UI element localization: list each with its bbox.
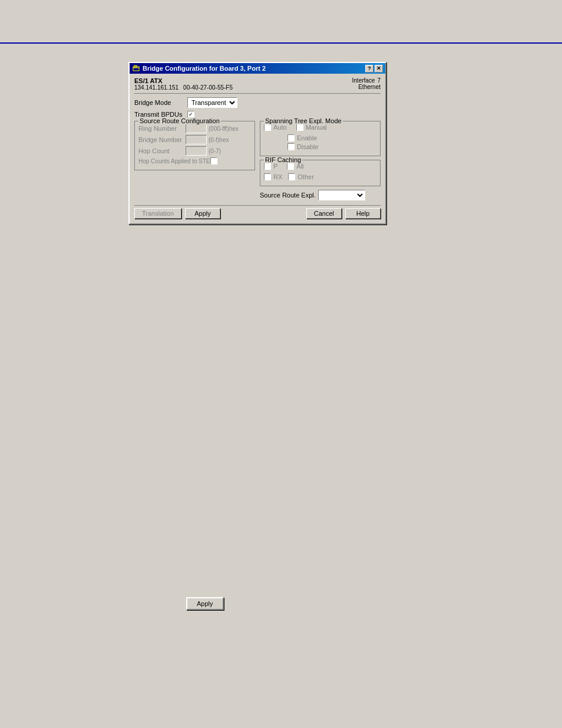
source-route-expl-wrapper	[318, 190, 365, 200]
all-label: All	[296, 163, 303, 170]
ring-number-label: Ring Number	[138, 125, 186, 132]
standalone-apply-button[interactable]: Apply	[186, 597, 224, 610]
left-panel: Source Route Configuration Ring Number (…	[134, 121, 255, 200]
source-route-expl-label: Source Route Expl.	[260, 192, 316, 199]
auto-checkbox	[264, 124, 271, 131]
spanning-tree-group: Spanning Tree Expl. Mode Auto Manual	[260, 121, 381, 156]
top-divider	[0, 42, 562, 44]
ring-number-input	[186, 124, 207, 133]
main-panels: Source Route Configuration Ring Number (…	[134, 121, 381, 200]
p-label: P	[273, 163, 277, 170]
rif-caching-title: RIF Caching	[264, 156, 302, 163]
device-info-row: ES/1 ATX 134.141.161.151 00-40-27-00-55-…	[134, 77, 381, 94]
btn-group-left: Translation Apply	[134, 208, 220, 219]
bridge-number-input	[186, 135, 207, 144]
dialog-title: Bridge Configuration for Board 3, Port 2	[143, 65, 266, 72]
hop-count-row: Hop Count (0-7)	[138, 146, 251, 156]
help-button[interactable]: Help	[345, 208, 381, 219]
manual-label: Manual	[306, 124, 327, 131]
bridge-config-dialog: Bridge Configuration for Board 3, Port 2…	[128, 62, 386, 225]
manual-checkbox	[296, 124, 303, 131]
device-ip: 134.141.161.151	[134, 84, 178, 91]
title-bar-left: Bridge Configuration for Board 3, Port 2	[132, 64, 266, 73]
bridge-mode-label: Bridge Mode	[134, 99, 187, 106]
apply-button[interactable]: Apply	[185, 208, 220, 219]
p-row: P	[264, 163, 277, 170]
rx-checkbox	[264, 173, 271, 180]
bridge-number-label: Bridge Number	[138, 136, 186, 143]
translation-button[interactable]: Translation	[134, 208, 181, 219]
interface-label: Interface	[352, 77, 375, 84]
source-route-expl-row: Source Route Expl.	[260, 190, 381, 200]
bridge-mode-select[interactable]: Transparent	[187, 97, 237, 108]
enable-label: Enable	[297, 134, 317, 141]
dialog-icon	[132, 64, 140, 73]
bridge-number-row: Bridge Number (0-f)hex	[138, 135, 251, 144]
manual-row: Manual	[296, 124, 327, 131]
bridge-number-hint: (0-f)hex	[209, 137, 229, 143]
other-checkbox	[288, 173, 295, 180]
disable-row: Disable	[287, 143, 376, 150]
cancel-button[interactable]: Cancel	[306, 208, 342, 219]
dialog-content: ES/1 ATX 134.141.161.151 00-40-27-00-55-…	[130, 74, 385, 223]
device-mac: 00-40-27-00-55-F5	[183, 84, 233, 91]
title-bar: Bridge Configuration for Board 3, Port 2…	[130, 63, 385, 74]
enable-checkbox	[287, 134, 295, 141]
hop-counts-ste-label: Hop Counts Applied to STE	[138, 158, 210, 164]
all-checkbox	[287, 163, 294, 170]
source-route-group: Source Route Configuration Ring Number (…	[134, 121, 255, 170]
btn-group-right: Cancel Help	[306, 208, 381, 219]
bridge-mode-select-wrapper: Transparent	[187, 97, 237, 108]
enable-row: Enable	[287, 134, 376, 141]
p-checkbox	[264, 163, 271, 170]
rif-caching-group: RIF Caching P All	[260, 160, 381, 186]
hop-count-label: Hop Count	[138, 147, 186, 154]
hop-counts-ste-row: Hop Counts Applied to STE	[138, 157, 251, 164]
hop-count-hint: (0-7)	[209, 148, 221, 154]
hop-counts-ste-checkbox	[210, 157, 217, 164]
other-row: Other	[288, 173, 314, 180]
auto-row: Auto	[264, 124, 287, 131]
ring-number-row: Ring Number (000-fff)hex	[138, 124, 251, 133]
disable-label: Disable	[297, 143, 319, 150]
title-bar-buttons: ? ✕	[365, 65, 383, 73]
interface-num: 7	[377, 77, 381, 84]
device-name: ES/1 ATX	[134, 77, 233, 84]
help-icon-btn[interactable]: ?	[365, 65, 373, 73]
interface-type: Ethernet	[352, 84, 381, 90]
all-row: All	[287, 163, 303, 170]
ring-number-hint: (000-fff)hex	[209, 126, 239, 132]
rx-row: RX	[264, 173, 282, 180]
disable-checkbox	[287, 143, 295, 150]
auto-label: Auto	[273, 124, 287, 131]
interface-info: Interface 7 Ethernet	[352, 77, 381, 90]
other-label: Other	[297, 173, 314, 180]
right-panel: Spanning Tree Expl. Mode Auto Manual	[260, 121, 381, 200]
spanning-tree-title: Spanning Tree Expl. Mode	[264, 117, 343, 124]
bridge-mode-row: Bridge Mode Transparent	[134, 97, 381, 108]
source-route-title: Source Route Configuration	[138, 117, 221, 124]
close-btn[interactable]: ✕	[375, 65, 383, 73]
button-row: Translation Apply Cancel Help	[134, 205, 381, 219]
source-route-expl-select[interactable]	[318, 190, 365, 200]
hop-count-input	[186, 146, 207, 156]
rx-label: RX	[273, 173, 282, 180]
